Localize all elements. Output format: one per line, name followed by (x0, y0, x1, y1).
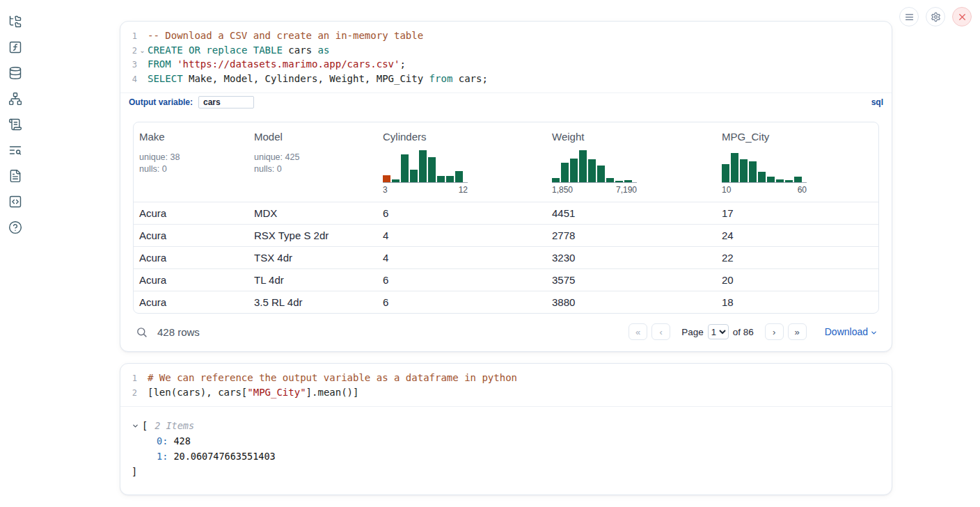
code-text: # We can reference the output variable a… (148, 371, 517, 386)
code-text: FROM 'https://datasets.marimo.app/cars.c… (148, 58, 406, 72)
row-count: 428 rows (157, 326, 200, 338)
histogram-bar[interactable] (419, 150, 427, 182)
table-cell: 6 (377, 291, 546, 313)
pagination: « ‹ Page 1 of 86 › » Download (629, 323, 878, 340)
table-cell: 18 (716, 291, 878, 313)
snippets-icon[interactable] (8, 194, 23, 209)
help-icon[interactable] (8, 220, 23, 235)
logs-icon[interactable] (8, 143, 23, 158)
table-row[interactable]: AcuraTSX 4dr4323022 (134, 246, 878, 268)
fold-gutter (137, 58, 148, 72)
close-icon[interactable] (952, 7, 972, 26)
histogram-bar[interactable] (455, 171, 463, 182)
column-header-weight[interactable]: Weight1,8507,190 (546, 122, 716, 202)
histogram-bar[interactable] (740, 159, 748, 182)
histogram-bar[interactable] (392, 179, 400, 182)
column-header-mpg_city[interactable]: MPG_City1060 (716, 122, 878, 202)
fold-chevron-icon[interactable]: ⌄ (137, 44, 148, 58)
histogram-bar[interactable] (615, 181, 623, 182)
download-button[interactable]: Download (825, 326, 878, 337)
output-variable-bar: Output variable: sql (120, 92, 892, 112)
histogram-bar[interactable] (785, 180, 793, 182)
file-tree-icon[interactable] (8, 14, 23, 29)
axis-max-label: 7,190 (616, 185, 637, 195)
collapse-chevron-icon[interactable] (132, 422, 139, 430)
histogram-bar[interactable] (428, 157, 436, 182)
histogram-bar[interactable] (758, 172, 766, 182)
download-label: Download (825, 326, 868, 337)
histogram-bar[interactable] (624, 180, 632, 182)
tree-item: 0: 428 (132, 433, 879, 449)
table-cell: MDX (248, 202, 377, 224)
scratchpad-icon[interactable] (8, 117, 23, 132)
output-variable-label: Output variable: (129, 97, 193, 107)
first-page-button[interactable]: « (629, 323, 647, 340)
histogram-bar[interactable] (410, 170, 418, 182)
histogram-bar[interactable] (722, 164, 729, 182)
histogram-bar[interactable] (383, 175, 390, 182)
table-cell: 6 (377, 269, 546, 291)
column-header-make[interactable]: Makeunique: 38nulls: 0 (134, 122, 248, 202)
column-stats: unique: 425nulls: 0 (254, 152, 372, 175)
axis-max-label: 60 (798, 185, 807, 195)
search-icon[interactable] (136, 326, 148, 338)
sql-cell: 1-- Download a CSV and create an in-memo… (120, 21, 892, 352)
table-row[interactable]: AcuraRSX Type S 2dr4277824 (134, 224, 878, 246)
table-cell: 3575 (546, 269, 716, 291)
histogram-bar[interactable] (446, 176, 454, 182)
table-row[interactable]: AcuraTL 4dr6357520 (134, 268, 878, 291)
code-line: 2[len(cars), cars["MPG_City"].mean()] (120, 386, 892, 401)
prev-page-button[interactable]: ‹ (651, 323, 670, 340)
page-select[interactable]: 1 (708, 324, 729, 339)
histogram-bar[interactable] (401, 154, 409, 182)
axis-min-label: 1,850 (552, 185, 573, 195)
functions-icon[interactable] (8, 40, 23, 55)
page-of-label: of 86 (733, 327, 754, 337)
table-cell: 22 (716, 247, 878, 268)
histogram-mpg_city: 1060 (722, 150, 807, 195)
axis-max-label: 12 (459, 185, 468, 195)
histogram-bar[interactable] (749, 161, 757, 182)
python-output: [ 2 Items 0: 4281: 20.060747663551403 ] (120, 406, 892, 494)
table-cell: TSX 4dr (248, 247, 377, 268)
table-cell: 3230 (546, 247, 716, 268)
python-code-editor[interactable]: 1# We can reference the output variable … (120, 364, 892, 406)
fold-gutter (137, 386, 148, 401)
histogram-bar[interactable] (579, 150, 587, 182)
dependency-graph-icon[interactable] (8, 91, 23, 106)
histogram-bar[interactable] (588, 159, 596, 182)
page-label: Page (681, 327, 704, 337)
histogram-bar[interactable] (606, 178, 614, 182)
histogram-bars (383, 150, 468, 183)
histogram-bar[interactable] (776, 179, 784, 182)
table-cell: 4451 (546, 202, 716, 224)
histogram-bar[interactable] (767, 177, 775, 182)
histogram-bar[interactable] (552, 178, 560, 182)
code-line: 4SELECT Make, Model, Cylinders, Weight, … (120, 72, 892, 87)
last-page-button[interactable]: » (788, 323, 807, 340)
topbar-actions (899, 7, 972, 26)
next-page-button[interactable]: › (765, 323, 784, 340)
histogram-bar[interactable] (794, 177, 802, 182)
database-icon[interactable] (8, 65, 23, 81)
histogram-bar[interactable] (570, 159, 578, 182)
histogram-bar[interactable] (731, 153, 738, 182)
column-header-cylinders[interactable]: Cylinders312 (377, 122, 546, 202)
histogram-bars (552, 150, 637, 183)
sql-code-editor[interactable]: 1-- Download a CSV and create an in-memo… (120, 22, 892, 92)
histogram-bar[interactable] (561, 163, 569, 182)
column-header-model[interactable]: Modelunique: 425nulls: 0 (248, 122, 377, 202)
line-number: 1 (120, 29, 137, 44)
table-row[interactable]: Acura3.5 RL 4dr6388018 (134, 291, 878, 313)
histogram-bar[interactable] (437, 176, 445, 182)
python-cell: 1# We can reference the output variable … (120, 363, 892, 495)
histogram-bar[interactable] (597, 166, 605, 182)
table-row[interactable]: AcuraMDX6445117 (134, 202, 878, 224)
output-variable-input[interactable] (198, 96, 254, 108)
gear-icon[interactable] (926, 7, 945, 26)
menu-icon[interactable] (899, 7, 919, 26)
column-name: Cylinders (383, 131, 541, 143)
table-cell: Acura (134, 225, 248, 246)
documentation-icon[interactable] (8, 168, 23, 184)
tree-item: 1: 20.060747663551403 (132, 449, 879, 464)
